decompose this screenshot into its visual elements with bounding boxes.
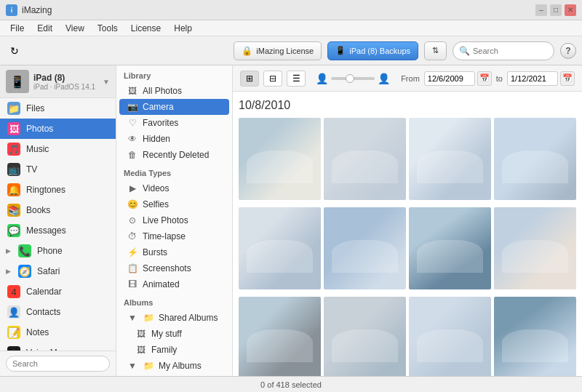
videos-icon: ▶ [127, 183, 138, 193]
license-button[interactable]: 🔒 iMazing License [234, 41, 322, 60]
sidebar-item-tv[interactable]: 📺 TV [0, 159, 116, 180]
sidebar-item-photos[interactable]: 🖼 Photos [0, 119, 116, 139]
grid-view-button[interactable]: ⊞ [240, 71, 259, 87]
to-label: to [496, 74, 503, 83]
media-selfies[interactable]: 😊 Selfies [119, 196, 229, 212]
maximize-button[interactable]: □ [550, 4, 562, 16]
device-expand-icon[interactable]: ▼ [103, 78, 110, 86]
my-albums-item[interactable]: ▼ 📁 My Albums [119, 358, 229, 374]
ipad-icon: 📱 [335, 46, 346, 55]
to-calendar-button[interactable]: 📅 [560, 71, 575, 86]
safari-expand-icon: ▶ [6, 268, 11, 275]
my-stuff-icon: 🖼 [135, 329, 147, 339]
person-filter: 👤 👤 [316, 73, 390, 84]
menu-tools[interactable]: Tools [92, 22, 124, 35]
sidebar-item-notes[interactable]: 📝 Notes [0, 322, 116, 343]
library-all-photos[interactable]: 🖼 All Photos [119, 83, 229, 99]
sync-icon: ⇅ [432, 46, 439, 55]
media-bursts[interactable]: ⚡ Bursts [119, 244, 229, 260]
library-favorites[interactable]: ♡ Favorites [119, 115, 229, 131]
messages-label: Messages [26, 225, 66, 236]
my-stuff-album[interactable]: 🖼 My stuff [119, 326, 229, 342]
library-section-title: Library [116, 65, 232, 83]
titlebar: i iMazing – □ ✕ [0, 0, 582, 20]
app-title: iMazing [22, 5, 52, 15]
media-screenshots[interactable]: 📋 Screenshots [119, 260, 229, 276]
photo-thumb[interactable] [409, 297, 491, 376]
sidebar-item-messages[interactable]: 💬 Messages [0, 220, 116, 241]
refresh-button[interactable]: ↻ [6, 42, 23, 60]
help-button[interactable]: ? [560, 43, 576, 59]
photo-thumb[interactable] [494, 297, 576, 376]
date-group-title: 10/8/2010 [239, 97, 576, 113]
sync-button[interactable]: ⇅ [424, 41, 447, 60]
device-header[interactable]: 📱 iPad (8) iPad · iPadOS 14.1 ▼ [0, 65, 116, 98]
recently-deleted-label: Recently Deleted [143, 150, 209, 160]
filter-slider-thumb [346, 74, 354, 83]
family-album[interactable]: 🖼 Family [119, 342, 229, 358]
menu-help[interactable]: Help [168, 22, 198, 35]
library-recently-deleted[interactable]: 🗑 Recently Deleted [119, 147, 229, 163]
sidebar-item-music[interactable]: 🎵 Music [0, 139, 116, 159]
favorites-label: Favorites [143, 118, 178, 128]
photo-toolbar: ⊞ ⊟ ☰ 👤 👤 From 📅 to 📅 [233, 65, 582, 92]
photo-thumb[interactable] [409, 207, 491, 289]
photo-thumb[interactable] [239, 297, 321, 376]
photo-thumb[interactable] [239, 207, 321, 289]
media-videos[interactable]: ▶ Videos [119, 180, 229, 196]
sidebar-item-files[interactable]: 📁 Files [0, 98, 116, 119]
sidebar-item-ringtones[interactable]: 🔔 Ringtones [0, 180, 116, 200]
sidebar-item-phone[interactable]: ▶ 📞 Phone [0, 241, 116, 261]
photo-thumb[interactable] [239, 118, 321, 200]
videos-label: Videos [143, 183, 169, 193]
app-icon: i [6, 4, 17, 16]
animated-icon: 🎞 [127, 279, 138, 289]
list-view-button[interactable]: ☰ [287, 71, 306, 87]
pinterest-album[interactable]: 🖼 Pinterest [119, 374, 229, 376]
search-icon: 🔍 [459, 46, 470, 56]
photo-grid-row2 [239, 207, 576, 289]
favorites-icon: ♡ [127, 118, 138, 128]
photo-thumb[interactable] [494, 118, 576, 200]
filter-slider[interactable] [331, 77, 375, 80]
sidebar-item-voice-memos[interactable]: 🎙 Voice Memos [0, 343, 116, 351]
close-button[interactable]: ✕ [565, 4, 576, 16]
photo-thumb[interactable] [324, 118, 406, 200]
media-time-lapse[interactable]: ⏱ Time-lapse [119, 228, 229, 244]
books-icon: 📚 [7, 204, 20, 217]
media-animated[interactable]: 🎞 Animated [119, 276, 229, 292]
photo-thumb[interactable] [324, 297, 406, 376]
large-grid-view-button[interactable]: ⊟ [263, 71, 282, 87]
menu-file[interactable]: File [4, 22, 30, 35]
minimize-button[interactable]: – [535, 4, 547, 16]
sidebar-item-books[interactable]: 📚 Books [0, 200, 116, 220]
backups-button[interactable]: 📱 iPad (8) Backups [327, 41, 418, 60]
library-camera[interactable]: 📷 Camera [119, 99, 229, 115]
sidebar-item-calendar[interactable]: 4 Calendar [0, 281, 116, 302]
sidebar-item-safari[interactable]: ▶ 🧭 Safari [0, 261, 116, 281]
to-date-input[interactable] [507, 71, 558, 86]
photo-grid-container[interactable]: 10/8/2010 [233, 92, 582, 376]
menu-license[interactable]: License [125, 22, 167, 35]
sidebar-search-input[interactable] [6, 356, 110, 372]
library-hidden[interactable]: 👁 Hidden [119, 131, 229, 147]
menu-view[interactable]: View [60, 22, 90, 35]
search-input[interactable] [473, 47, 548, 55]
from-calendar-button[interactable]: 📅 [477, 71, 492, 86]
ringtones-icon: 🔔 [7, 183, 20, 196]
photos-icon: 🖼 [7, 122, 20, 135]
from-date-input[interactable] [424, 71, 475, 86]
photo-thumb[interactable] [324, 207, 406, 289]
shared-albums-item[interactable]: ▼ 📁 Shared Albums [119, 310, 229, 326]
menubar: File Edit View Tools License Help [0, 20, 582, 36]
calendar-label: Calendar [26, 287, 62, 297]
media-live-photos[interactable]: ⊙ Live Photos [119, 212, 229, 228]
files-icon: 📁 [7, 102, 20, 115]
photo-area: ⊞ ⊟ ☰ 👤 👤 From 📅 to 📅 [233, 65, 582, 376]
menu-edit[interactable]: Edit [31, 22, 58, 35]
photo-thumb[interactable] [494, 207, 576, 289]
all-photos-label: All Photos [143, 86, 182, 96]
sidebar-item-contacts[interactable]: 👤 Contacts [0, 302, 116, 322]
photo-thumb[interactable] [409, 118, 491, 200]
status-text: 0 of 418 selected [260, 380, 322, 389]
